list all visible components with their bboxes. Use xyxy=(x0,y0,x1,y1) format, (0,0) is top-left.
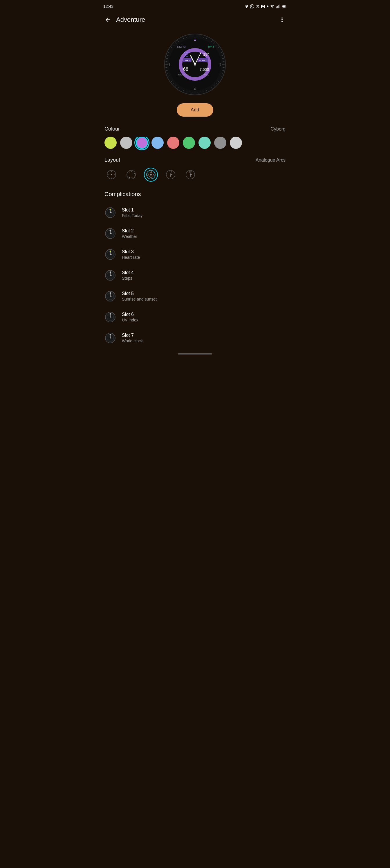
svg-text:FULL: FULL xyxy=(204,74,209,76)
svg-point-130 xyxy=(110,230,111,231)
complication-item-slot-1[interactable]: Slot 1 Fitbit Today xyxy=(97,202,293,223)
complication-item-slot-2[interactable]: Slot 2 Weather xyxy=(97,223,293,244)
complication-name-label: Sunrise and sunset xyxy=(122,297,157,302)
svg-point-94 xyxy=(132,172,133,172)
svg-point-97 xyxy=(132,177,133,178)
complication-item-slot-6[interactable]: Slot 6 UV index xyxy=(97,307,293,328)
colour-section: Colour Cyborg xyxy=(97,126,293,157)
svg-text:3: 3 xyxy=(219,63,221,66)
notification-dot xyxy=(267,5,268,7)
watch-preview: 6:32PM UV 3 THU 24 MAY 19° 68 7,500 xyxy=(97,28,293,103)
bottom-nav-indicator xyxy=(178,353,212,354)
svg-text:19°: 19° xyxy=(203,52,209,57)
colour-swatch-light[interactable] xyxy=(230,137,242,149)
svg-point-89 xyxy=(115,174,116,175)
layout-option-circles[interactable] xyxy=(144,168,158,182)
colour-swatch-yellow-green[interactable] xyxy=(104,137,117,149)
svg-text:NYC10:10: NYC10:10 xyxy=(178,74,187,76)
svg-point-122 xyxy=(110,209,111,210)
complication-name-label: World clock xyxy=(122,339,143,343)
svg-text:6:32PM: 6:32PM xyxy=(176,45,185,48)
complication-name-label: Heart rate xyxy=(122,255,140,260)
svg-rect-74 xyxy=(187,54,187,55)
svg-rect-0 xyxy=(276,7,277,8)
add-button-container: Add xyxy=(97,103,293,126)
status-time: 12:43 xyxy=(103,4,114,9)
svg-point-95 xyxy=(134,173,134,174)
svg-point-162 xyxy=(110,313,111,315)
bottom-bar xyxy=(97,348,293,359)
svg-point-102 xyxy=(129,172,130,172)
complication-slot-label: Slot 7 xyxy=(122,333,143,338)
complications-section: Complications Slot 1 Fitbit Today xyxy=(97,189,293,348)
battery-icon xyxy=(282,4,287,8)
layout-options: 1212 xyxy=(104,168,286,182)
svg-point-91 xyxy=(108,174,109,175)
complication-text-slot-5: Slot 5 Sunrise and sunset xyxy=(122,291,157,302)
colour-swatch-light-gray[interactable] xyxy=(120,137,132,149)
layout-option-number-12-outline[interactable]: 12 xyxy=(183,168,197,182)
svg-point-101 xyxy=(128,173,128,174)
complication-text-slot-3: Slot 3 Heart rate xyxy=(122,249,140,260)
complication-name-label: Steps xyxy=(122,276,134,281)
layout-option-dots-sparse[interactable] xyxy=(104,168,118,182)
complication-item-slot-7[interactable]: Slot 7 World clock xyxy=(97,328,293,348)
colour-section-header: Colour Cyborg xyxy=(104,126,286,132)
whatsapp-icon xyxy=(250,4,254,8)
more-options-button[interactable] xyxy=(276,14,288,26)
svg-point-98 xyxy=(131,178,131,178)
layout-section-header: Layout Analogue Arcs xyxy=(104,157,286,163)
watch-face-display: 6:32PM UV 3 THU 24 MAY 19° 68 7,500 xyxy=(163,32,227,96)
colour-swatch-gray[interactable] xyxy=(214,137,226,149)
wifi-icon xyxy=(270,4,274,8)
layout-option-dots-dense[interactable] xyxy=(124,168,138,182)
svg-rect-3 xyxy=(279,5,280,8)
svg-point-109 xyxy=(147,174,148,176)
colour-swatch-green[interactable] xyxy=(183,137,195,149)
add-button[interactable]: Add xyxy=(177,103,213,117)
complication-icon-slot-3 xyxy=(104,249,116,260)
complication-slot-label: Slot 1 xyxy=(122,208,143,213)
layout-section-title: Layout xyxy=(104,157,120,163)
colour-swatch-salmon[interactable] xyxy=(167,137,179,149)
svg-rect-72 xyxy=(187,52,188,53)
complication-icon-slot-7 xyxy=(104,332,116,344)
complication-name-label: Fitbit Today xyxy=(122,213,143,218)
complication-slot-label: Slot 3 xyxy=(122,249,140,254)
svg-point-106 xyxy=(150,170,152,172)
complication-name-label: Weather xyxy=(122,234,137,239)
app-bar: Adventure xyxy=(97,11,293,28)
svg-point-146 xyxy=(110,272,111,273)
colour-swatch-light-blue[interactable] xyxy=(151,137,164,149)
complication-item-slot-5[interactable]: Slot 5 Sunrise and sunset xyxy=(97,286,293,307)
colour-swatch-purple[interactable] xyxy=(136,137,148,149)
complication-item-slot-3[interactable]: Slot 3 Heart rate xyxy=(97,244,293,265)
back-button[interactable] xyxy=(102,14,114,26)
svg-point-108 xyxy=(150,177,152,179)
layout-selected-value: Analogue Arcs xyxy=(256,158,286,163)
complication-icon-slot-5 xyxy=(104,290,116,302)
svg-rect-70 xyxy=(184,52,185,53)
complication-item-slot-4[interactable]: Slot 4 Steps xyxy=(97,265,293,286)
svg-rect-76 xyxy=(186,56,187,57)
svg-point-87 xyxy=(111,174,112,175)
complication-icon-slot-6 xyxy=(104,311,116,323)
layout-option-number-12[interactable]: 12 xyxy=(164,168,178,182)
status-bar: 12:43 xyxy=(97,0,293,11)
svg-text:6: 6 xyxy=(194,87,196,91)
location-icon xyxy=(245,4,249,8)
svg-text:12: 12 xyxy=(170,171,172,174)
svg-rect-75 xyxy=(184,56,185,57)
svg-rect-71 xyxy=(186,52,187,53)
svg-point-138 xyxy=(110,251,111,252)
svg-point-107 xyxy=(153,174,155,176)
svg-point-154 xyxy=(110,292,111,294)
colour-section-title: Colour xyxy=(104,126,120,132)
complication-name-label: UV index xyxy=(122,318,139,322)
layout-section: Layout Analogue Arcs 1212 xyxy=(97,157,293,189)
complication-icon-slot-4 xyxy=(104,270,116,281)
svg-text:68: 68 xyxy=(183,67,188,72)
svg-text:THU: THU xyxy=(185,59,190,62)
colour-swatch-mint[interactable] xyxy=(199,137,211,149)
svg-point-100 xyxy=(128,176,128,176)
